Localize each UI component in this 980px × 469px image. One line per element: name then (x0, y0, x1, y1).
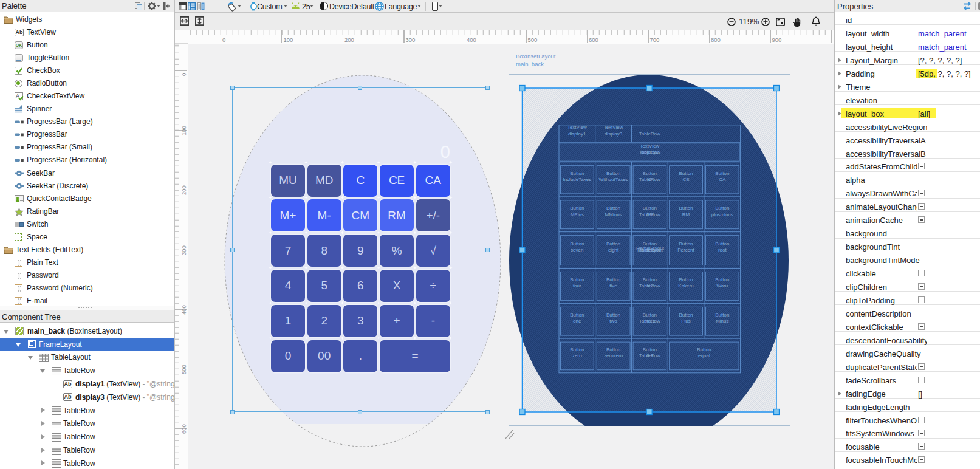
svg-text:TableRow: TableRow (639, 131, 660, 137)
svg-text:Button: Button (606, 171, 620, 176)
svg-text:TableRow: TableRow (639, 177, 660, 182)
svg-text:Button: Button (643, 205, 657, 211)
svg-text:Button: Button (679, 171, 693, 176)
svg-text:TextView: TextView (604, 125, 623, 130)
svg-text:Button: Button (679, 205, 693, 211)
svg-text:WithoutTaxes: WithoutTaxes (599, 177, 628, 182)
svg-text:Button: Button (570, 347, 584, 352)
svg-text:CE: CE (682, 177, 689, 182)
svg-text:TableRow: TableRow (639, 149, 660, 155)
svg-text:RM: RM (682, 212, 690, 217)
svg-text:TextView: TextView (567, 125, 587, 130)
svg-text:Button: Button (606, 312, 620, 318)
svg-text:Button: Button (606, 241, 620, 247)
svg-text:Button: Button (643, 277, 657, 282)
svg-text:Minus: Minus (716, 318, 728, 324)
svg-text:zero: zero (572, 353, 582, 358)
svg-text:root: root (718, 247, 727, 253)
svg-text:display1: display1 (568, 131, 586, 137)
svg-text:equal: equal (698, 353, 710, 358)
svg-text:Button: Button (715, 205, 729, 211)
svg-text:Button: Button (715, 312, 729, 318)
svg-text:eight: eight (608, 247, 619, 253)
svg-text:Button: Button (606, 277, 620, 282)
svg-text:Button: Button (697, 347, 711, 352)
svg-text:Button: Button (679, 241, 693, 247)
svg-text:MMinus: MMinus (605, 212, 622, 217)
svg-text:two: two (609, 318, 617, 324)
svg-text:Button: Button (570, 277, 584, 282)
svg-text:Button: Button (715, 241, 729, 247)
svg-text:CA: CA (719, 177, 726, 182)
svg-text:MPlus: MPlus (571, 212, 584, 217)
svg-text:Button: Button (643, 171, 657, 176)
svg-text:one: one (573, 318, 581, 324)
svg-text:four: four (573, 283, 581, 289)
svg-text:display3: display3 (605, 131, 623, 137)
svg-text:zerozero: zerozero (604, 353, 623, 358)
svg-text:Waru: Waru (716, 283, 728, 289)
svg-text:Button: Button (570, 241, 584, 247)
svg-text:TableRow: TableRow (639, 353, 660, 358)
svg-text:TableRow: TableRow (639, 212, 660, 217)
svg-text:Button: Button (570, 205, 584, 211)
svg-text:Kakeru: Kakeru (678, 283, 693, 289)
svg-text:Button: Button (715, 277, 729, 282)
svg-text:TableRow: TableRow (639, 283, 660, 289)
svg-text:Button: Button (570, 312, 584, 318)
svg-text:Plus: Plus (681, 318, 691, 324)
svg-text:Button: Button (606, 205, 620, 211)
svg-text:Button: Button (679, 277, 693, 282)
svg-text:TableRow: TableRow (639, 318, 660, 324)
svg-text:Percent: Percent (677, 247, 694, 253)
svg-text:IncludeTaxes: IncludeTaxes (563, 177, 591, 182)
svg-text:Button: Button (570, 171, 584, 176)
svg-text:TextView: TextView (640, 143, 659, 149)
svg-text:TableLayout: TableLayout (637, 247, 663, 253)
svg-text:seven: seven (571, 247, 583, 253)
svg-text:Button: Button (606, 347, 620, 352)
svg-text:Button: Button (715, 171, 729, 176)
svg-text:Button: Button (679, 312, 693, 318)
svg-text:Button: Button (643, 347, 657, 352)
svg-text:plusminus: plusminus (711, 212, 733, 217)
svg-text:Button: Button (643, 312, 657, 318)
svg-text:five: five (609, 283, 617, 289)
